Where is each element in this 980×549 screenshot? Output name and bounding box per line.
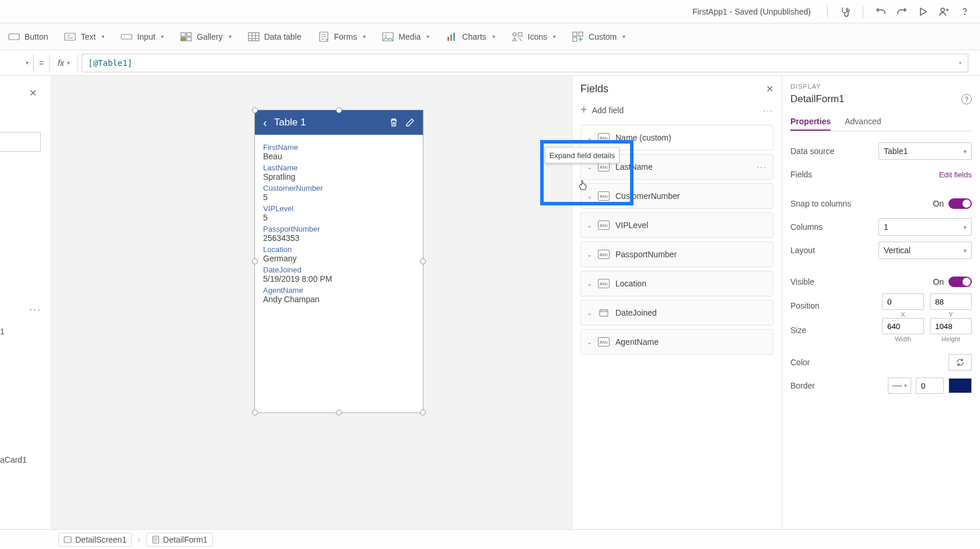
- more-icon[interactable]: ···: [757, 162, 767, 172]
- delete-icon[interactable]: [389, 118, 398, 127]
- chevron-down-icon: ▾: [426, 33, 429, 40]
- svg-rect-21: [573, 37, 577, 41]
- canvas-area[interactable]: ‹ Table 1 FirstNameBeauLastNameSpratling…: [51, 76, 572, 529]
- ribbon-input[interactable]: Input▾: [121, 31, 164, 43]
- phone-preview[interactable]: ‹ Table 1 FirstNameBeauLastNameSpratling…: [254, 110, 424, 413]
- tab-properties[interactable]: Properties: [790, 113, 831, 131]
- search-input[interactable]: [0, 132, 41, 152]
- size-width-input[interactable]: [882, 318, 924, 334]
- position-x-input[interactable]: [882, 293, 924, 310]
- ribbon-label: Text: [80, 32, 96, 41]
- breadcrumb-screen[interactable]: DetailScreen1: [58, 533, 132, 547]
- ribbon-data-table[interactable]: Data table: [248, 31, 302, 43]
- share-person-icon[interactable]: [937, 5, 951, 19]
- field-item[interactable]: ⌄AbcPassportNumber: [580, 242, 774, 267]
- chevron-down-icon: ▾: [363, 33, 366, 40]
- chevron-down-icon: ⌄: [587, 251, 592, 258]
- svg-rect-10: [249, 33, 259, 41]
- color-refresh-button[interactable]: [949, 354, 972, 370]
- help-icon[interactable]: ?: [961, 94, 972, 104]
- visible-toggle[interactable]: [949, 277, 972, 287]
- add-field-row: + Add field ···: [580, 103, 774, 117]
- resize-handle[interactable]: [252, 410, 258, 415]
- edit-icon[interactable]: [405, 118, 415, 127]
- field-item[interactable]: ⌄DateJoined: [580, 300, 774, 326]
- field-item[interactable]: ⌄AbcLocation: [580, 271, 774, 296]
- snap-toggle[interactable]: [949, 198, 972, 209]
- more-icon[interactable]: ···: [763, 106, 774, 115]
- field-label: Location: [263, 245, 415, 254]
- prop-label: Snap to columns: [790, 199, 851, 208]
- ribbon-forms[interactable]: Forms▾: [318, 31, 366, 43]
- field-label: DateJoined: [263, 265, 415, 274]
- tooltip-text: Expand field details: [550, 151, 615, 160]
- play-icon[interactable]: [916, 5, 930, 19]
- border-style-select[interactable]: ▾: [888, 377, 911, 394]
- phone-header: ‹ Table 1: [255, 110, 423, 135]
- datasource-select[interactable]: Table1▾: [878, 142, 972, 160]
- svg-rect-23: [64, 537, 71, 543]
- field-label: LastName: [263, 163, 415, 172]
- ribbon-icons[interactable]: Icons▾: [512, 31, 556, 43]
- field-item[interactable]: ⌄AbcVIPLevel: [580, 212, 774, 238]
- border-color-swatch[interactable]: [949, 378, 972, 393]
- tab-advanced[interactable]: Advanced: [845, 113, 881, 131]
- ribbon-charts[interactable]: Charts▾: [446, 31, 495, 43]
- field-value: 5: [263, 213, 415, 222]
- ribbon-label: Media: [398, 32, 421, 41]
- resize-handle[interactable]: [252, 258, 258, 264]
- screen-icon: [64, 536, 72, 544]
- svg-rect-8: [181, 37, 186, 41]
- field-item[interactable]: ⌄AbcAgentName: [580, 329, 774, 355]
- size-height-input[interactable]: [930, 318, 972, 334]
- formula-input[interactable]: [@Table1]▾: [82, 54, 968, 72]
- resize-handle[interactable]: [420, 258, 426, 264]
- chevron-down-icon: ▾: [66, 60, 69, 66]
- field-item[interactable]: ⌄AbcCustomerNumber: [580, 183, 774, 209]
- ribbon-text[interactable]: Text▾: [64, 31, 104, 43]
- help-icon[interactable]: [958, 5, 972, 19]
- chevron-down-icon: ▾: [964, 224, 967, 230]
- fields-title: Fields: [580, 83, 608, 95]
- close-icon[interactable]: ✕: [29, 88, 37, 99]
- border-width-input[interactable]: [916, 377, 944, 394]
- add-field-button[interactable]: + Add field: [580, 103, 624, 117]
- resize-handle[interactable]: [420, 410, 426, 415]
- prop-label: Visible: [790, 277, 814, 286]
- resize-handle[interactable]: [336, 107, 342, 113]
- fx-button[interactable]: fx▾: [49, 54, 78, 72]
- select-value: Table1: [884, 146, 908, 156]
- ribbon-label: Data table: [264, 32, 302, 41]
- close-icon[interactable]: ✕: [766, 83, 774, 95]
- edit-fields-link[interactable]: Edit fields: [939, 170, 972, 179]
- resize-handle[interactable]: [336, 410, 342, 415]
- field-name: PassportNumber: [615, 250, 677, 259]
- form-icon: [152, 536, 160, 544]
- resize-handle[interactable]: [252, 107, 258, 113]
- redo-icon[interactable]: [895, 5, 909, 19]
- position-y-input[interactable]: [930, 293, 972, 310]
- ribbon-button[interactable]: Button: [8, 31, 48, 43]
- datatable-icon: [248, 31, 260, 43]
- ribbon-custom[interactable]: Custom▾: [572, 31, 625, 43]
- formula-text: [@Table1]: [88, 58, 132, 68]
- breadcrumb-form[interactable]: DetailForm1: [146, 533, 213, 547]
- more-icon[interactable]: ···: [29, 303, 41, 316]
- object-name: DetailForm1 ?: [790, 93, 972, 105]
- columns-select[interactable]: 1▾: [878, 218, 972, 236]
- tooltip: Expand field details: [545, 147, 620, 163]
- text-icon: Abc: [598, 221, 610, 230]
- layout-select[interactable]: Vertical▾: [878, 242, 972, 259]
- stethoscope-icon[interactable]: [838, 5, 852, 19]
- chevron-right-icon: ›: [138, 535, 141, 544]
- svg-rect-9: [187, 37, 191, 41]
- property-selector[interactable]: ▾: [0, 54, 34, 72]
- undo-icon[interactable]: [874, 5, 888, 19]
- svg-rect-20: [579, 32, 583, 36]
- ribbon-gallery[interactable]: Gallery▾: [180, 31, 231, 43]
- ribbon-media[interactable]: Media▾: [382, 31, 429, 43]
- toggle-label: On: [933, 277, 944, 286]
- back-icon[interactable]: ‹: [263, 116, 267, 130]
- chevron-down-icon: ▾: [161, 33, 164, 40]
- field-name: LastName: [615, 162, 653, 172]
